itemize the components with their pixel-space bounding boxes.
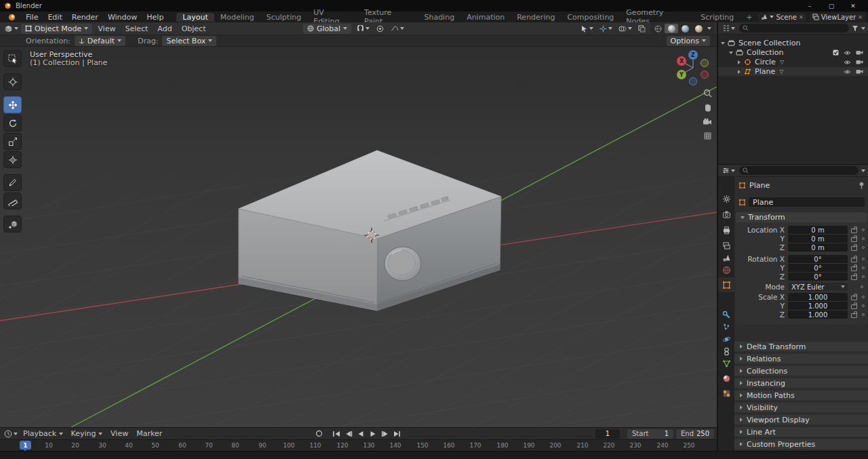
frame-start-field[interactable]: Start 1 (627, 429, 673, 439)
expand-icon[interactable] (729, 52, 733, 54)
expand-icon[interactable] (738, 60, 741, 64)
tool-cursor[interactable] (3, 73, 22, 90)
properties-editor-type-button[interactable] (721, 165, 736, 176)
menu-view[interactable]: View (94, 22, 119, 35)
tab-material[interactable] (718, 372, 734, 385)
section-visibility[interactable]: Visibility (734, 403, 868, 414)
options-dropdown[interactable]: Options (667, 36, 710, 46)
location-z-field[interactable]: 0 m (788, 243, 848, 252)
disable-render-icon[interactable] (856, 59, 863, 65)
properties-search-input[interactable] (739, 166, 859, 175)
outliner-row-plane[interactable]: Plane ▽ (718, 67, 868, 76)
menu-help[interactable]: Help (142, 12, 168, 22)
lock-icon[interactable] (851, 311, 857, 318)
editor-type-button[interactable] (3, 24, 20, 34)
viewport-3d[interactable]: User Perspective (1) Collection | Plane (0, 47, 717, 427)
tool-transform[interactable] (3, 151, 22, 168)
hide-eye-icon[interactable] (844, 69, 851, 75)
snap-toggle-button[interactable] (355, 24, 371, 34)
close-button[interactable]: ✕ (842, 0, 864, 12)
show-gizmo-button[interactable] (598, 24, 614, 34)
scale-y-field[interactable]: 1.000 (788, 302, 848, 310)
proportional-editing-button[interactable] (375, 24, 385, 34)
hide-eye-icon[interactable] (844, 50, 851, 56)
menu-file[interactable]: File (21, 12, 43, 22)
animate-decorator[interactable] (862, 313, 865, 316)
section-instancing[interactable]: Instancing (734, 378, 868, 389)
tab-texture[interactable] (718, 387, 734, 400)
frame-end-field[interactable]: End 250 (676, 429, 714, 439)
rotation-mode-dropdown[interactable]: XYZ Euler (788, 283, 848, 291)
shading-dropdown-icon[interactable] (707, 27, 711, 30)
section-viewport-display[interactable]: Viewport Display (734, 415, 868, 426)
animate-decorator[interactable] (862, 237, 865, 240)
shading-material-button[interactable] (678, 24, 692, 33)
menu-timeline-view[interactable]: View (106, 428, 132, 439)
lock-icon[interactable] (851, 294, 857, 300)
location-y-field[interactable]: 0 m (788, 235, 848, 243)
tool-measure[interactable] (3, 193, 22, 209)
animate-decorator[interactable] (862, 266, 865, 269)
pan-hand-button[interactable] (700, 100, 715, 114)
tool-move[interactable] (3, 96, 22, 113)
drag-dropdown[interactable]: Select Box (162, 36, 216, 46)
add-workspace-button[interactable]: + (740, 13, 758, 22)
blender-menu-button[interactable] (3, 12, 21, 22)
lock-icon[interactable] (851, 226, 857, 233)
scale-x-field[interactable]: 1.000 (788, 293, 848, 301)
properties-options-icon[interactable] (861, 169, 865, 172)
tab-modifiers[interactable] (718, 308, 734, 321)
menu-add[interactable]: Add (153, 22, 176, 35)
viewlayer-selector[interactable]: ViewLayer ✕ (810, 13, 865, 22)
play-button[interactable] (367, 429, 378, 439)
location-x-field[interactable]: 0 m (788, 226, 848, 234)
animate-decorator[interactable] (861, 285, 863, 288)
tab-tool[interactable] (718, 193, 734, 205)
outliner-search-input[interactable] (739, 24, 849, 33)
hide-eye-icon[interactable] (844, 60, 851, 65)
jump-to-end-button[interactable] (391, 429, 403, 439)
auto-keying-button[interactable] (313, 429, 325, 439)
animate-decorator[interactable] (862, 258, 865, 260)
timeline-editor-type-button[interactable] (3, 428, 19, 439)
disable-render-icon[interactable] (856, 68, 863, 75)
section-line-art[interactable]: Line Art (734, 427, 868, 438)
tab-physics[interactable] (718, 333, 734, 346)
jump-to-start-button[interactable] (330, 429, 342, 439)
lock-icon[interactable] (851, 273, 857, 280)
tab-object[interactable] (718, 277, 734, 292)
expand-icon[interactable] (721, 42, 725, 45)
shading-solid-button[interactable] (665, 24, 678, 33)
gizmo-z-negative[interactable] (690, 78, 697, 85)
tab-view-layer[interactable] (718, 239, 734, 252)
tab-output[interactable] (718, 224, 734, 237)
menu-playback[interactable]: Playback (19, 428, 67, 439)
tool-add-cube[interactable] (3, 216, 22, 233)
transform-orientation-dropdown[interactable]: Global (303, 24, 351, 34)
tool-annotate[interactable] (3, 174, 22, 191)
unlink-scene-icon[interactable]: ✕ (799, 14, 804, 20)
viewport-canvas[interactable] (0, 47, 717, 427)
rotation-x-field[interactable]: 0° (788, 255, 848, 263)
show-overlays-button[interactable] (617, 24, 633, 34)
toggle-xray-button[interactable] (637, 24, 647, 34)
collection-checkbox[interactable] (833, 49, 839, 56)
toggle-perspective-button[interactable] (700, 129, 715, 142)
lock-icon[interactable] (851, 244, 857, 251)
playhead[interactable]: 1 (20, 441, 31, 450)
workspace-tab-shading[interactable]: Shading (418, 13, 460, 22)
transform-panel-header[interactable]: Transform (736, 212, 867, 222)
show-object-types-button[interactable] (579, 24, 595, 34)
menu-edit[interactable]: Edit (43, 12, 66, 22)
outliner-editor-type-button[interactable] (721, 23, 736, 33)
disable-render-icon[interactable] (856, 49, 863, 56)
animate-decorator[interactable] (862, 275, 865, 278)
menu-keying[interactable]: Keying (67, 428, 106, 439)
proportional-falloff-button[interactable] (389, 24, 406, 34)
workspace-tab-compositing[interactable]: Compositing (561, 13, 620, 22)
timeline-ruler[interactable]: 10 20 30 40 50 60 70 80 90 100 110 120 1… (0, 439, 717, 451)
pin-icon[interactable] (859, 182, 865, 189)
tool-rotate[interactable] (3, 115, 22, 132)
animate-decorator[interactable] (862, 228, 865, 231)
section-delta-transform[interactable]: Delta Transform (734, 342, 868, 353)
